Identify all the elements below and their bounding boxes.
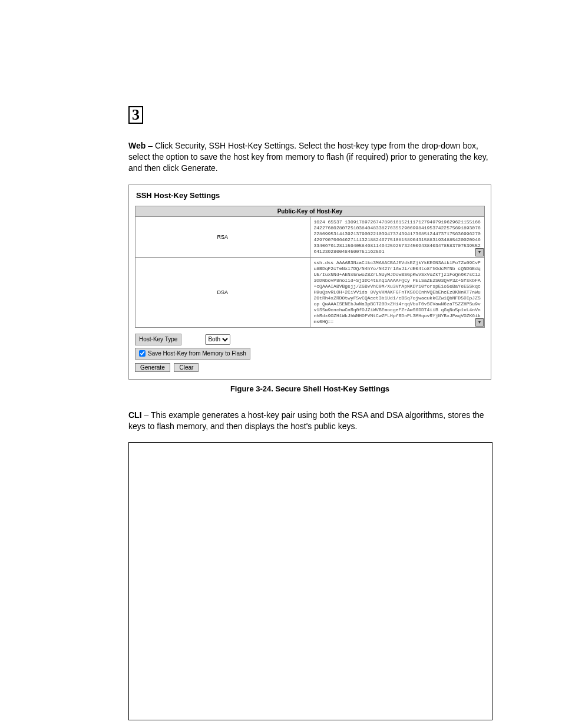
generate-button[interactable]: Generate bbox=[135, 363, 170, 372]
cli-lead: CLI bbox=[128, 410, 142, 420]
rsa-row-label: RSA bbox=[135, 216, 310, 257]
cli-rest: – This example generates a host-key pair… bbox=[128, 410, 484, 431]
hostkey-table-header: Public-Key of Host-Key bbox=[135, 206, 485, 216]
chapter-mark: 3 bbox=[128, 106, 143, 124]
hostkey-table: Public-Key of Host-Key RSA 1024 65537 13… bbox=[135, 206, 485, 328]
rsa-key-text: 1024 65537 13091789726747896161521117127… bbox=[310, 217, 485, 257]
panel-controls: Host-Key Type Both Save Host-Key from Me… bbox=[135, 334, 485, 372]
web-rest: – Click Security, SSH Host-Key Settings.… bbox=[128, 141, 488, 173]
figure-caption: Figure 3-24. Secure Shell Host-Key Setti… bbox=[128, 384, 491, 393]
web-instruction-paragraph: Web – Click Security, SSH Host-Key Setti… bbox=[128, 140, 491, 174]
web-lead: Web bbox=[128, 141, 146, 150]
hostkey-type-label: Host-Key Type bbox=[135, 334, 181, 345]
save-flash-label: Save Host-Key from Memory to Flash bbox=[148, 350, 246, 358]
hostkey-type-select[interactable]: Both bbox=[205, 334, 230, 345]
clear-button[interactable]: Clear bbox=[174, 363, 199, 372]
dsa-row-label: DSA bbox=[135, 257, 310, 327]
scroll-down-icon[interactable]: ▾ bbox=[475, 318, 484, 327]
panel-title: SSH Host-Key Settings bbox=[136, 191, 485, 200]
scroll-down-icon[interactable]: ▾ bbox=[475, 248, 484, 256]
ssh-hostkey-panel: SSH Host-Key Settings Public-Key of Host… bbox=[128, 185, 491, 380]
rsa-key-cell: 1024 65537 13091789726747896161521117127… bbox=[310, 216, 485, 257]
dsa-key-cell: ssh-dss AAAAB3NzaC1kc3MAAACBAJEVdkEZjkYk… bbox=[310, 257, 485, 327]
save-flash-checkbox[interactable] bbox=[139, 350, 146, 357]
cli-output-box bbox=[128, 442, 492, 720]
cli-instruction-paragraph: CLI – This example generates a host-key … bbox=[128, 410, 491, 432]
dsa-key-text: ssh-dss AAAAB3NzaC1kc3MAAACBAJEVdkEZjkYk… bbox=[310, 258, 485, 327]
